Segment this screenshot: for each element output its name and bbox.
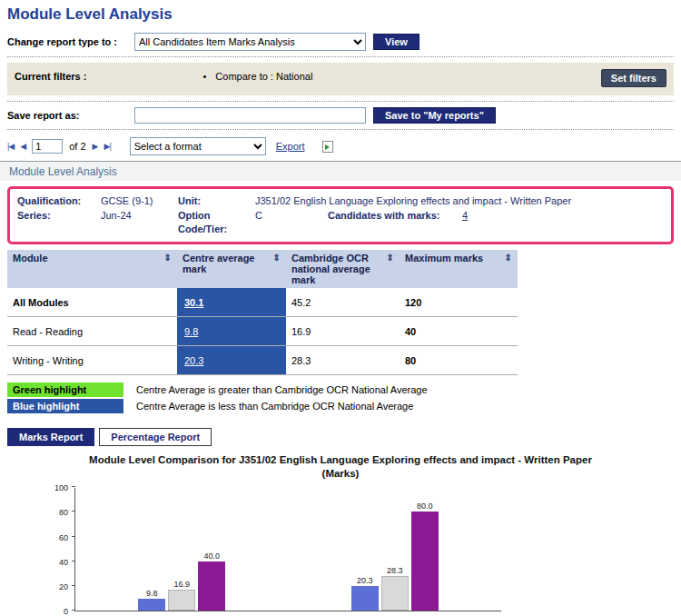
bullet-icon: • [202, 71, 206, 82]
view-button[interactable]: View [373, 34, 419, 50]
maximum-marks-cell: 80 [400, 346, 518, 375]
filter-item: •Compare to : National [202, 71, 312, 82]
module-cell: All Modules [7, 288, 177, 317]
report-type-label: Change report type to : [7, 36, 127, 47]
set-filters-button[interactable]: Set filters [601, 69, 666, 87]
centre-average-cell: 9.8 [177, 317, 286, 346]
divider [7, 101, 674, 102]
green-highlight-swatch: Green highlight [7, 383, 123, 397]
y-axis: 020406080100 [44, 488, 74, 611]
first-page-icon[interactable]: |◀ [7, 142, 14, 151]
centre-average-link[interactable]: 30.1 [184, 297, 203, 308]
legend-row: Green highlight Centre Average is greate… [7, 383, 674, 397]
info-row: Qualification: GCSE (9-1) Unit: J351/02 … [17, 194, 664, 207]
bar [168, 590, 195, 611]
save-report-label: Save report as: [7, 110, 127, 121]
bar-wrap: 9.8 [138, 589, 165, 611]
bar-value-label: 16.9 [173, 580, 190, 589]
unit-value: J351/02 English Language Exploring effec… [255, 194, 589, 207]
qualification-value: GCSE (9-1) [101, 194, 178, 207]
report-type-select[interactable]: All Candidates Item Marks Analysis [134, 33, 366, 51]
bar-group: 20.328.380.0 [289, 488, 502, 611]
page-count-label: of 2 [69, 141, 85, 152]
y-tick-mark [72, 511, 75, 512]
bar-value-label: 20.3 [357, 576, 373, 585]
x-axis-labels: Read - ReadingWriting - Writing [74, 611, 501, 616]
save-button[interactable]: Save to "My reports" [373, 107, 496, 124]
column-header[interactable]: Module⇕ [7, 250, 177, 288]
centre-average-link[interactable]: 20.3 [184, 355, 203, 366]
qualification-label: Qualification: [17, 194, 101, 207]
column-header[interactable]: Cambridge OCR national average mark⇕ [286, 250, 400, 288]
bar-wrap: 20.3 [351, 576, 379, 611]
pager-toolbar: |◀ ◀ of 2 ▶ ▶| Select a format Export [7, 137, 674, 155]
national-average-cell: 16.9 [286, 317, 400, 346]
y-tick-mark [72, 610, 75, 611]
y-tick-label: 60 [59, 533, 68, 542]
y-tick-label: 20 [59, 582, 68, 591]
unit-label: Unit: [178, 194, 255, 207]
series-label: Series: [17, 209, 101, 222]
table-row: Read - Reading9.816.940 [7, 317, 518, 346]
sort-icon[interactable]: ⇕ [387, 253, 394, 285]
tab-marks-report[interactable]: Marks Report [7, 428, 94, 446]
table-header-row: Module⇕Centre average mark⇕Cambridge OCR… [7, 250, 518, 288]
table-row: All Modules30.145.2120 [7, 288, 518, 317]
save-report-input[interactable] [134, 107, 366, 124]
column-header[interactable]: Centre average mark⇕ [177, 250, 286, 288]
bar [351, 586, 379, 611]
centre-average-cell: 30.1 [177, 288, 286, 317]
y-tick-label: 100 [54, 483, 68, 492]
report-section-title: Module Level Analysis [9, 165, 117, 178]
page-number-input[interactable] [32, 139, 63, 154]
y-tick-mark [72, 585, 75, 586]
sort-icon[interactable]: ⇕ [505, 253, 512, 263]
last-page-icon[interactable]: ▶| [104, 142, 110, 151]
module-comparison-chart: Module Level Comparison for J351/02 Engl… [7, 453, 674, 616]
bar [138, 599, 165, 611]
bar [411, 512, 439, 611]
bar-value-label: 9.8 [146, 589, 158, 598]
y-tick-mark [72, 486, 75, 487]
next-page-icon[interactable]: ▶ [93, 142, 98, 151]
column-header[interactable]: Maximum marks⇕ [400, 250, 518, 288]
centre-average-link[interactable]: 9.8 [184, 326, 198, 337]
y-tick-label: 0 [64, 607, 68, 616]
plot: 9.816.940.020.328.380.0 [74, 488, 501, 611]
export-link[interactable]: Export [276, 141, 305, 152]
bar-group: 9.816.940.0 [75, 488, 289, 611]
bar-wrap: 28.3 [381, 566, 409, 611]
maximum-marks-cell: 120 [400, 288, 518, 317]
candidates-with-marks-link[interactable]: 4 [462, 209, 468, 222]
previous-page-icon[interactable]: ◀ [20, 142, 25, 151]
tab-percentage-report[interactable]: Percentage Report [99, 428, 212, 446]
y-tick-mark [72, 536, 75, 537]
candidates-with-marks-label: Candidates with marks: [328, 209, 462, 222]
divider [7, 129, 674, 130]
current-filters-label: Current filters : [15, 71, 86, 82]
current-filters-bar: Current filters : •Compare to : National… [7, 63, 674, 95]
highlight-legend: Green highlight Centre Average is greate… [7, 383, 674, 413]
legend-row: Blue highlight Centre Average is less th… [7, 399, 674, 413]
filter-value: Compare to : National [215, 71, 312, 82]
module-table: Module⇕Centre average mark⇕Cambridge OCR… [7, 250, 518, 376]
blue-highlight-description: Centre Average is less than Cambridge OC… [136, 401, 413, 412]
divider [7, 56, 674, 57]
y-tick-mark [72, 561, 75, 561]
export-icon[interactable] [322, 141, 333, 153]
bar-wrap: 40.0 [198, 551, 225, 611]
x-axis-label: Writing - Writing [288, 611, 501, 616]
sort-icon[interactable]: ⇕ [164, 253, 172, 263]
table-row: Writing - Writing20.328.380 [7, 346, 518, 375]
chart-title: Module Level Comparison for J351/02 Engl… [86, 453, 595, 481]
column-header-label: Module [13, 253, 48, 263]
sort-icon[interactable]: ⇕ [273, 253, 281, 274]
chart-plot-area: 020406080100 9.816.940.020.328.380.0 [44, 488, 674, 611]
export-format-select[interactable]: Select a format [130, 137, 266, 155]
bar-value-label: 28.3 [387, 566, 403, 575]
page: Module Level Analysis Change report type… [0, 0, 681, 616]
report-section-header: Module Level Analysis [0, 161, 681, 181]
option-code-tier-value: C [255, 209, 328, 222]
national-average-cell: 28.3 [286, 346, 400, 375]
bar [381, 576, 409, 611]
